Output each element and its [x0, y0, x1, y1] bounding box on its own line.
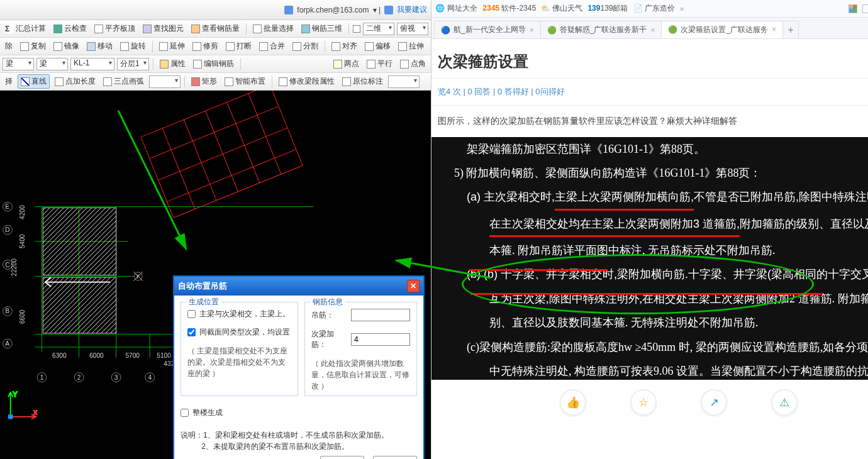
page-meta: 览4 次 | 0 回答 | 0 答得好 | 0问得好 [431, 79, 868, 106]
view-2d-combo[interactable]: 二维 [363, 23, 394, 35]
report-button[interactable]: ⚠ [771, 389, 798, 416]
nav-sites-link[interactable]: 🌐 网址大全 [435, 3, 477, 14]
orig-label-button[interactable]: 原位标注 [340, 75, 386, 88]
member-combo[interactable]: KL-1 [70, 58, 114, 70]
close-icon[interactable]: × [530, 26, 534, 35]
topbar: forpk.chen@163.com ▾ | 我要建议 [0, 0, 431, 20]
cloud-check-button[interactable]: 云检查 [51, 22, 89, 35]
flat-roof-button[interactable]: 平齐板顶 [92, 22, 138, 35]
view-persp-combo[interactable]: 俯视 [397, 23, 428, 35]
tab-strip: 🔵航_新一代安全上网导× 🟢答疑解惑_广联达服务新干× 🟢次梁箍筋设置_广联达服… [431, 18, 868, 39]
select-mode-button[interactable]: 择 [3, 75, 15, 88]
break-button[interactable]: 打断 [223, 40, 254, 53]
svg-text:2: 2 [77, 374, 81, 381]
sum-calc-button[interactable]: Σ汇总计算 [3, 22, 48, 35]
edit-rebar-button[interactable]: 编辑钢筋 [191, 57, 236, 70]
suggest-link[interactable]: 我要建议 [397, 4, 427, 15]
tab-1[interactable]: 🔵航_新一代安全上网导× [434, 21, 541, 38]
cad-canvas[interactable]: ED CBA 1234 5678 [0, 91, 431, 459]
cb2-label: 同截面同类型次梁，均设置 [199, 327, 290, 338]
favorite-button[interactable]: ☆ [630, 389, 657, 416]
add-length-button[interactable]: 点加长度 [52, 75, 98, 88]
close-icon[interactable]: × [650, 26, 655, 35]
extend-button[interactable]: 延伸 [157, 40, 187, 53]
ciliang-input[interactable] [351, 333, 410, 346]
merge-button[interactable]: 合并 [257, 40, 287, 53]
note2: （ 此处指次梁两侧共增加数量，信息取自计算设置，可修改 ） [311, 358, 410, 392]
layer-combo[interactable]: 分层1 [117, 58, 149, 70]
auto-stirrup-dialog: 自动布置吊筋 ✕ 生成位置 主梁与次梁相交，主梁上。 同截面同类型次梁，均设置 … [173, 275, 425, 459]
rect-button[interactable]: 矩形 [189, 75, 220, 88]
svg-text:22200: 22200 [11, 258, 18, 277]
dialog-titlebar[interactable]: 自动布置吊筋 ✕ [174, 277, 423, 296]
svg-line-46 [141, 91, 270, 137]
like-button[interactable]: 👍 [560, 389, 586, 416]
nav-guangdong-link[interactable]: 📄 广东造价 [633, 3, 675, 14]
tab-3[interactable]: 🟢次梁箍筋设置_广联达服务× [661, 21, 783, 38]
offset-button[interactable]: 偏移 [362, 40, 393, 53]
page-title: 次梁箍筋设置 重 [438, 52, 868, 72]
close-icon[interactable]: × [772, 25, 776, 34]
svg-line-47 [150, 106, 279, 158]
modify-beam-seg-button[interactable]: 修改梁段属性 [276, 75, 337, 88]
svg-text:Y: Y [13, 390, 18, 398]
rotate-button[interactable]: 旋转 [118, 40, 148, 53]
whole-building-checkbox[interactable] [181, 409, 189, 417]
user-icon [284, 6, 293, 14]
batch-select-button[interactable]: 批量选择 [250, 22, 296, 35]
find-drawing-button[interactable]: 查找图元 [140, 22, 186, 35]
nav-software-link[interactable]: 2345 软件-2345 [482, 3, 536, 14]
svg-line-49 [167, 150, 296, 202]
svg-line-48 [159, 128, 287, 180]
move-button[interactable]: 移动 [84, 40, 115, 53]
properties-button[interactable]: 属性 [157, 57, 188, 70]
split-button[interactable]: 分割 [290, 40, 321, 53]
align-button[interactable]: 对齐 [329, 40, 360, 53]
divider: ▾ | [373, 6, 381, 14]
copy-button[interactable]: 复制 [18, 40, 48, 53]
trim-button[interactable]: 修剪 [190, 40, 221, 53]
smart-layout-button[interactable]: 智能布置 [222, 75, 268, 88]
svg-line-50 [174, 165, 303, 218]
point-angle-button[interactable]: 点角 [398, 57, 428, 70]
undo-button[interactable]: 除 [3, 40, 15, 53]
toolbar-row-1: Σ汇总计算 云检查 平齐板顶 查找图元 查看钢筋量 批量选择 钢筋三维 二维 俯… [0, 20, 431, 38]
rebar-3d-button[interactable]: 钢筋三维 [299, 22, 345, 35]
nav-mail-link[interactable]: 139139邮箱 [587, 3, 628, 14]
two-point-button[interactable]: 两点 [331, 57, 362, 70]
stretch-button[interactable]: 拉伸 [396, 40, 426, 53]
type-combo[interactable]: 梁 [36, 58, 68, 70]
share-button[interactable]: ↗ [701, 389, 727, 416]
toolbar-checkbox[interactable] [353, 25, 360, 33]
primary-secondary-checkbox[interactable] [187, 310, 196, 318]
cb1-label: 主梁与次梁相交，主梁上。 [199, 309, 290, 319]
label-combo[interactable] [388, 75, 420, 88]
note1: （ 主梁是指梁相交处不为支座的梁。次梁是指相交处不为支座的梁 ） [187, 345, 291, 379]
nav-weather-link[interactable]: ⛅ 佛山天气 [541, 3, 582, 14]
cancel-button[interactable]: 取消 [373, 456, 417, 459]
toolbar-icon-grid[interactable] [862, 4, 868, 13]
svg-text:A: A [5, 340, 9, 347]
group2-legend: 钢筋信息 [310, 297, 345, 307]
line-button[interactable]: 直线 [18, 74, 50, 89]
svg-rect-51 [43, 207, 116, 275]
category-combo[interactable]: 梁 [3, 58, 34, 70]
toolbar-icon-apps[interactable] [849, 4, 857, 13]
new-tab-button[interactable]: + [782, 21, 799, 38]
generate-position-group: 生成位置 主梁与次梁相交，主梁上。 同截面同类型次梁，均设置 （ 主梁是指梁相交… [181, 302, 298, 396]
parallel-button[interactable]: 平行 [364, 57, 395, 70]
same-section-checkbox[interactable] [187, 328, 196, 336]
arc-combo[interactable] [149, 75, 181, 88]
view-rebar-button[interactable]: 查看钢筋量 [189, 22, 242, 35]
ok-button[interactable]: 确定 [320, 456, 364, 459]
question-text: 图所示，这样的次梁加筋在钢筋算量软件里应该怎样设置？麻烦大神详细解答 [431, 106, 868, 137]
arc3-button[interactable]: 三点画弧 [101, 75, 147, 88]
svg-text:D: D [5, 226, 9, 233]
rebar-info-group: 钢筋信息 吊筋： 次梁加筋： （ 此处指次梁两侧共增加数量，信息取自计算设置，可… [304, 302, 417, 396]
mirror-button[interactable]: 镜像 [51, 40, 82, 53]
diaojin-input[interactable] [351, 309, 410, 321]
close-icon[interactable]: ✕ [407, 280, 420, 292]
tab-2[interactable]: 🟢答疑解惑_广联达服务新干× [540, 21, 662, 38]
toolbar-row-4: 择 直线 点加长度 三点画弧 矩形 智能布置 修改梁段属性 原位标注 [0, 73, 431, 91]
svg-text:5100: 5100 [157, 352, 171, 359]
